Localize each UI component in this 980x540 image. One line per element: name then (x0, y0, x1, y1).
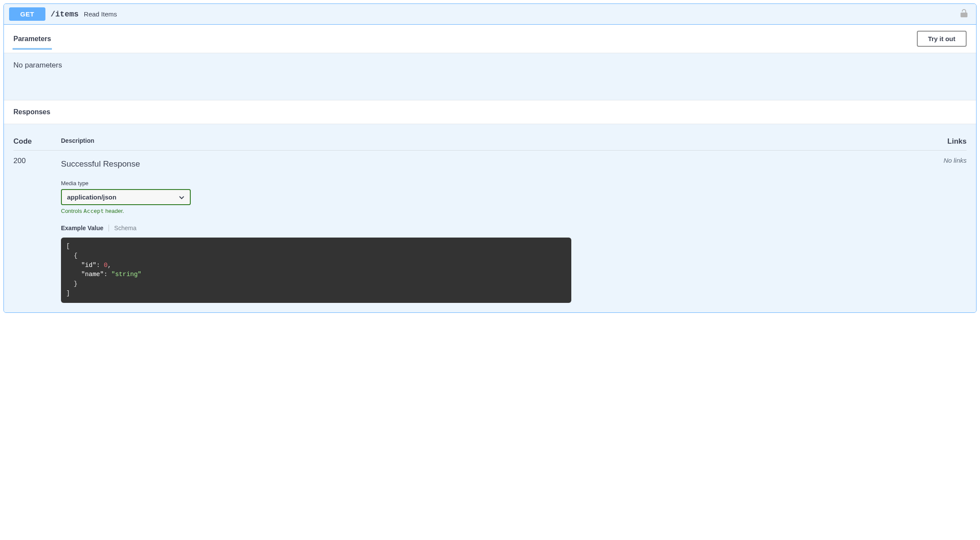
operation-body: Parameters Try it out No parameters Resp… (4, 25, 976, 312)
example-key-id: "id" (81, 262, 96, 269)
col-header-links: Links (932, 137, 967, 146)
accept-note-suffix: header. (104, 208, 124, 214)
try-it-out-button[interactable]: Try it out (917, 31, 967, 47)
response-code: 200 (13, 157, 61, 303)
operation-block: GET /items Read Items Parameters Try it … (3, 3, 977, 313)
accept-note-prefix: Controls (61, 208, 83, 214)
accept-note-code: Accept (83, 208, 104, 214)
example-schema-tabs: Example Value Schema (61, 225, 932, 231)
response-description-cell: Successful Response Media type applicati… (61, 157, 932, 303)
response-description: Successful Response (61, 159, 932, 169)
responses-header-row: Responses (4, 100, 976, 124)
endpoint-path: /items (51, 10, 79, 19)
media-type-select[interactable]: application/json (61, 189, 191, 205)
tab-example-value[interactable]: Example Value (61, 225, 103, 231)
responses-table-header: Code Description Links (13, 132, 967, 151)
col-header-code: Code (13, 137, 61, 146)
tab-schema[interactable]: Schema (114, 225, 136, 231)
example-key-name: "name" (81, 271, 104, 278)
media-type-value: application/json (67, 193, 116, 201)
endpoint-summary: Read Items (84, 10, 117, 18)
example-value-name: "string" (111, 271, 141, 278)
authorize-lock-button[interactable] (960, 9, 971, 19)
no-parameters-text: No parameters (13, 61, 62, 69)
example-value-id: 0 (104, 262, 108, 269)
accept-header-note: Controls Accept header. (61, 208, 932, 214)
media-type-label: Media type (61, 180, 932, 186)
chevron-down-icon (179, 194, 185, 200)
col-header-description: Description (61, 137, 932, 146)
responses-label: Responses (13, 108, 967, 116)
tab-separator (109, 225, 109, 231)
example-code-block: [ { "id": 0, "name": "string" } ] (61, 238, 571, 303)
parameters-header-row: Parameters Try it out (4, 25, 976, 53)
response-links: No links (932, 157, 967, 303)
operation-summary-row[interactable]: GET /items Read Items (4, 4, 976, 25)
http-method-badge: GET (9, 7, 45, 21)
parameters-tab[interactable]: Parameters (13, 35, 51, 43)
unlock-icon (960, 9, 968, 18)
responses-body: Code Description Links 200 Successful Re… (4, 124, 976, 312)
parameters-body: No parameters (4, 53, 976, 100)
response-row: 200 Successful Response Media type appli… (13, 151, 967, 303)
svg-rect-0 (961, 13, 967, 17)
